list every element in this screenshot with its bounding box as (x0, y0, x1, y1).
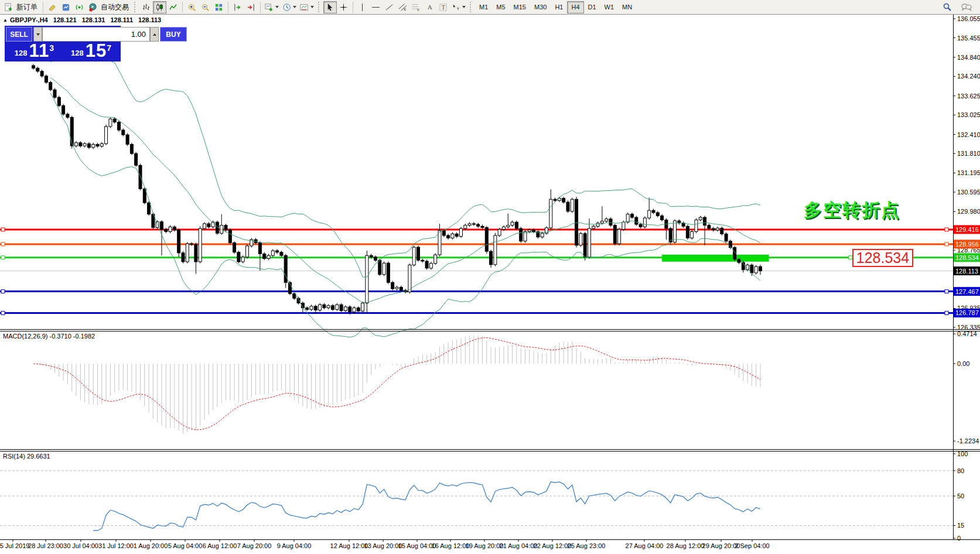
zoom-in-button[interactable] (185, 1, 199, 13)
svg-text:25 Aug 23:00: 25 Aug 23:00 (568, 542, 606, 549)
svg-text:30 Jul 04:00: 30 Jul 04:00 (63, 542, 98, 549)
turning-point-annotation[interactable]: 多空转折点 (804, 198, 900, 223)
timeframe-button-H1[interactable]: H1 (551, 1, 567, 13)
svg-text:133.025: 133.025 (957, 111, 980, 118)
horizontal-line-tool-button[interactable] (369, 1, 383, 13)
search-icon (943, 2, 952, 12)
svg-text:25 Jul 2019: 25 Jul 2019 (0, 542, 29, 549)
market-button[interactable] (59, 1, 73, 13)
timeframe-button-M1[interactable]: M1 (475, 1, 492, 13)
timeframe-button-W1[interactable]: W1 (600, 1, 619, 13)
buy-price-display[interactable]: 128 15 7 (63, 42, 119, 60)
svg-text:134.840: 134.840 (957, 54, 980, 61)
svg-text:13 Aug 20:00: 13 Aug 20:00 (364, 542, 402, 549)
ohlc-close: 128.113 (138, 16, 161, 23)
timeframe-button-D1[interactable]: D1 (584, 1, 600, 13)
ohlc-open: 128.121 (53, 16, 77, 23)
cursor-tool-button[interactable] (323, 1, 337, 13)
sell-price-display[interactable]: 128 11 3 (6, 42, 63, 60)
clock-icon (282, 3, 291, 12)
signals-button[interactable] (73, 1, 86, 13)
trendline-tool-button[interactable] (383, 1, 396, 13)
chart-shift-button[interactable] (244, 1, 258, 13)
new-order-button[interactable] (2, 1, 15, 13)
sell-button[interactable]: SELL (6, 27, 32, 42)
new-chart-button[interactable] (263, 1, 281, 13)
toolbar-grip[interactable] (134, 2, 137, 12)
search-button[interactable] (940, 1, 954, 13)
separator (353, 2, 353, 13)
lot-size-input[interactable] (42, 27, 150, 42)
svg-text:0.00: 0.00 (957, 360, 969, 367)
svg-text:127.467: 127.467 (955, 288, 979, 295)
price-chart[interactable]: 136.055135.455134.840134.240133.625133.0… (0, 15, 980, 554)
svg-text:27 Aug 04:00: 27 Aug 04:00 (626, 542, 664, 549)
svg-text:0: 0 (957, 535, 961, 542)
signals-icon (75, 3, 84, 12)
crosshair-tool-button[interactable] (337, 1, 350, 13)
dropdown-caret-icon (462, 6, 466, 8)
dropdown-caret-icon (293, 6, 296, 8)
timeframe-button-MN[interactable]: MN (618, 1, 636, 13)
fibonacci-icon: F (412, 3, 421, 12)
buy-button[interactable]: BUY (160, 27, 187, 42)
candlestick-chart-icon (155, 3, 164, 12)
auto-scroll-button[interactable] (231, 1, 244, 13)
arrows-tool-button[interactable] (450, 1, 467, 13)
metaeditor-button[interactable] (46, 1, 59, 13)
label-tool-button[interactable]: T (436, 1, 450, 13)
timeframe-button-M30[interactable]: M30 (530, 1, 551, 13)
svg-text:31 Jul 12:00: 31 Jul 12:00 (98, 542, 134, 549)
zoom-out-button[interactable] (199, 1, 212, 13)
bar-chart-button[interactable] (139, 1, 153, 13)
svg-text:6 Aug 12:00: 6 Aug 12:00 (203, 542, 237, 549)
auto-scroll-icon (233, 3, 242, 12)
vertical-line-tool-button[interactable] (356, 1, 369, 13)
price-callout-box[interactable]: 128.534 (852, 249, 913, 267)
svg-text:80: 80 (957, 467, 964, 474)
fibonacci-tool-button[interactable]: F (409, 1, 423, 13)
line-chart-button[interactable] (166, 1, 180, 13)
lot-increase-button[interactable] (150, 27, 159, 42)
chat-button[interactable] (959, 1, 974, 13)
svg-text:21 Aug 04:00: 21 Aug 04:00 (500, 542, 538, 549)
text-tool-button[interactable]: A (423, 1, 436, 13)
sell-price-prefix: 128 (15, 47, 28, 60)
timeframe-button-M15[interactable]: M15 (510, 1, 530, 13)
svg-text:50: 50 (957, 493, 964, 500)
channel-tool-button[interactable]: E (396, 1, 409, 13)
one-click-trading-panel: SELL BUY 128 11 3 128 15 7 (5, 26, 121, 61)
tile-windows-button[interactable] (212, 1, 226, 13)
svg-text:E: E (404, 8, 406, 11)
candlestick-chart-button[interactable] (153, 1, 166, 13)
macd-indicator-label: MACD(12,26,9) -0.3710 -0.1982 (3, 333, 95, 340)
new-order-label[interactable]: 新订单 (16, 2, 37, 12)
svg-text:A: A (428, 4, 433, 11)
svg-text:130.595: 130.595 (957, 189, 980, 196)
cursor-icon (326, 3, 334, 12)
autotrading-button[interactable] (86, 1, 100, 13)
autotrading-label[interactable]: 自动交易 (101, 2, 129, 12)
support-zone (662, 255, 769, 262)
symbol-collapse-icon[interactable]: ▲ (3, 18, 8, 23)
period-button[interactable] (281, 1, 298, 13)
template-button[interactable] (298, 1, 316, 13)
timeframe-button-M5[interactable]: M5 (492, 1, 509, 13)
toolbar-grip[interactable] (318, 2, 321, 12)
svg-text:22 Aug 12:00: 22 Aug 12:00 (534, 542, 572, 549)
toolbar-grip[interactable] (470, 2, 473, 12)
bar-chart-icon (142, 3, 151, 12)
svg-text:0.4714: 0.4714 (957, 330, 977, 337)
buy-price-big: 15 (86, 42, 107, 60)
lot-decrease-button[interactable] (33, 27, 42, 42)
svg-text:128.534: 128.534 (955, 254, 979, 261)
trendline-icon (385, 3, 394, 12)
timeframe-button-H4[interactable]: H4 (567, 1, 583, 13)
timeframe-toolbar: M1M5M15M30H1H4D1W1MN (475, 1, 636, 13)
chat-icon (961, 3, 972, 12)
svg-text:5 Aug 04:00: 5 Aug 04:00 (168, 542, 203, 549)
svg-text:131.195: 131.195 (957, 169, 980, 176)
svg-text:135.455: 135.455 (957, 35, 980, 42)
svg-text:128.113: 128.113 (955, 268, 978, 275)
new-chart-icon (265, 3, 274, 12)
